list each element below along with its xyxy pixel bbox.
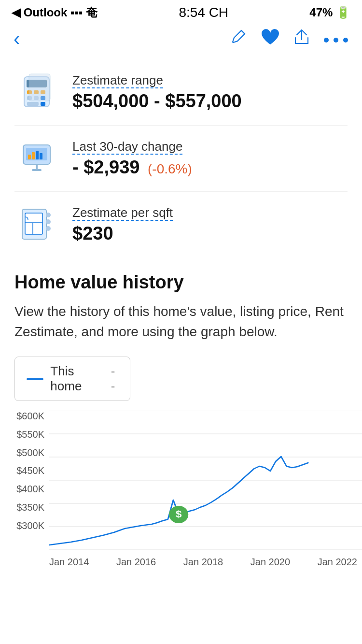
svg-rect-22 bbox=[36, 164, 38, 169]
per-sqft-label: Zestimate per sqft bbox=[72, 205, 348, 220]
per-sqft-info: Zestimate per sqft $230 bbox=[72, 205, 348, 244]
status-time: 8:54 CH bbox=[179, 5, 228, 20]
chart-inner: $ Jan 2014 Jan 2016 Jan 2018 Jan 2020 Ja… bbox=[49, 411, 362, 568]
y-axis: $600K $550K $500K $450K $400K $350K $300… bbox=[14, 411, 49, 551]
legend-line-icon bbox=[27, 378, 43, 380]
y-label-550: $550K bbox=[16, 429, 44, 440]
status-bar: ◀ Outlook ▪▪▪ 奄 8:54 CH 47% 🔋 bbox=[0, 0, 362, 23]
x-label-2018: Jan 2018 bbox=[183, 557, 223, 568]
x-label-2022: Jan 2022 bbox=[318, 557, 357, 568]
last-30-day-row: Last 30-day change - $2,939 (-0.6%) bbox=[14, 126, 348, 192]
per-sqft-row: Zestimate per sqft $230 bbox=[14, 192, 348, 258]
zestimate-range-info: Zestimate range $504,000 - $557,000 bbox=[72, 73, 348, 112]
y-label-450: $450K bbox=[16, 465, 44, 476]
svg-rect-12 bbox=[27, 102, 39, 106]
svg-rect-28 bbox=[25, 213, 42, 234]
svg-rect-14 bbox=[29, 74, 50, 101]
svg-point-0 bbox=[324, 38, 329, 43]
status-left: ◀ Outlook ▪▪▪ 奄 bbox=[12, 5, 97, 20]
y-label-500: $500K bbox=[16, 447, 44, 458]
nav-bar: ‹ bbox=[0, 23, 362, 55]
legend-label: This home bbox=[50, 364, 102, 394]
monitor-icon bbox=[14, 139, 63, 178]
x-label-2014: Jan 2014 bbox=[49, 557, 89, 568]
svg-rect-19 bbox=[32, 152, 35, 159]
y-label-600: $600K bbox=[16, 411, 44, 422]
x-label-2016: Jan 2016 bbox=[116, 557, 156, 568]
svg-rect-18 bbox=[28, 155, 31, 159]
zestimate-range-label: Zestimate range bbox=[72, 73, 348, 88]
edit-icon[interactable] bbox=[231, 29, 246, 49]
zestimate-range-value: $504,000 - $557,000 bbox=[72, 91, 348, 112]
chart-area: $600K $550K $500K $450K $400K $350K $300… bbox=[0, 411, 362, 568]
svg-point-2 bbox=[343, 38, 348, 43]
svg-text:$: $ bbox=[176, 509, 182, 519]
share-icon[interactable] bbox=[294, 29, 309, 49]
floorplan-icon bbox=[14, 205, 63, 244]
per-sqft-value: $230 bbox=[72, 223, 348, 244]
last-30-day-info: Last 30-day change - $2,939 (-0.6%) bbox=[72, 139, 348, 178]
svg-point-25 bbox=[46, 213, 51, 217]
calculator-icon bbox=[14, 73, 63, 112]
last-30-day-label: Last 30-day change bbox=[72, 139, 348, 154]
svg-rect-21 bbox=[40, 153, 42, 159]
status-battery: 47% 🔋 bbox=[309, 6, 350, 19]
svg-point-1 bbox=[334, 38, 338, 43]
nav-actions bbox=[231, 28, 348, 50]
home-value-section: Home value history View the history of t… bbox=[0, 272, 362, 568]
favorite-heart-icon[interactable] bbox=[261, 28, 280, 50]
section-title: Home value history bbox=[0, 272, 362, 293]
chart-svg: $ bbox=[49, 411, 362, 551]
y-label-300: $300K bbox=[16, 520, 44, 531]
back-button[interactable]: ‹ bbox=[14, 28, 20, 50]
svg-point-26 bbox=[46, 219, 51, 224]
zestimate-range-row: Zestimate range $504,000 - $557,000 bbox=[14, 59, 348, 126]
x-axis: Jan 2014 Jan 2016 Jan 2018 Jan 2020 Jan … bbox=[49, 553, 357, 568]
y-label-400: $400K bbox=[16, 484, 44, 495]
x-label-2020: Jan 2020 bbox=[251, 557, 290, 568]
chart-legend: This home -- bbox=[14, 357, 130, 401]
svg-point-27 bbox=[46, 226, 51, 231]
metrics-section: Zestimate range $504,000 - $557,000 bbox=[0, 55, 362, 258]
legend-dashes: -- bbox=[111, 364, 118, 394]
y-label-350: $350K bbox=[16, 502, 44, 513]
last-30-day-change: (-0.6%) bbox=[148, 161, 192, 176]
section-description: View the history of this home's value, l… bbox=[0, 301, 362, 342]
more-icon[interactable] bbox=[323, 30, 348, 48]
svg-rect-20 bbox=[36, 151, 39, 159]
svg-rect-13 bbox=[41, 102, 45, 106]
svg-rect-23 bbox=[32, 169, 42, 171]
last-30-day-value: - $2,939 (-0.6%) bbox=[72, 157, 348, 178]
